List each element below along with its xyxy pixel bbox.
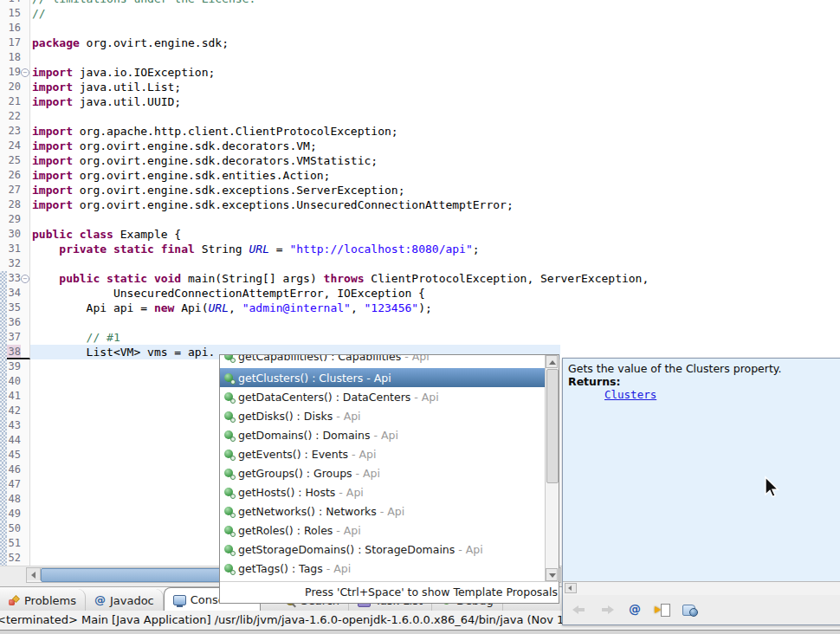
completion-item[interactable]: getDomains() : Domains - Api [220,425,546,444]
code-text[interactable]: import java.io.IOException; [30,65,840,80]
completion-item[interactable]: getHosts() : Hosts - Api [220,482,546,501]
completion-item[interactable]: getClusters() : Clusters - Api [220,368,546,387]
range-indicator [0,463,7,477]
line-number[interactable]: 38 [7,345,21,359]
line-number[interactable]: 39 [7,359,21,374]
fold-column [21,521,30,536]
line-number[interactable]: 33 [7,271,21,286]
code-text[interactable]: // #1 [30,330,840,345]
line-number[interactable]: 23 [7,124,21,139]
line-number[interactable]: 42 [7,404,21,418]
completion-item[interactable]: getStorageDomains() : StorageDomains - A… [220,540,546,559]
line-number[interactable]: 32 [7,256,21,271]
collapse-icon[interactable]: − [21,275,29,283]
line-number[interactable]: 36 [7,315,21,330]
collapse-icon[interactable]: − [21,68,29,77]
line-number[interactable]: 46 [7,463,21,477]
forward-icon[interactable] [599,603,615,617]
code-text[interactable]: import org.ovirt.engine.sdk.exceptions.U… [30,197,840,212]
line-number[interactable]: 30 [7,227,21,242]
tab-problems[interactable]: Problems [0,589,86,611]
line-number[interactable]: 31 [7,242,21,256]
line-number[interactable]: 45 [7,448,21,463]
code-text[interactable] [30,256,840,271]
line-number[interactable]: 40 [7,374,21,389]
line-number[interactable]: 17 [7,36,21,50]
completion-item[interactable]: getGroups() : Groups - Api [220,463,546,482]
open-in-javadoc-view-icon[interactable] [655,603,670,617]
completion-scrollbar[interactable] [545,355,559,581]
line-number[interactable]: 48 [7,492,21,507]
code-text[interactable]: import java.util.List; [30,80,840,94]
code-text[interactable]: import org.ovirt.engine.sdk.decorators.V… [30,139,840,153]
line-number[interactable]: 41 [7,389,21,404]
line-number[interactable]: 50 [7,521,21,536]
fold-column [21,404,30,418]
completion-item[interactable]: getDisks() : Disks - Api [220,406,546,425]
line-number[interactable]: 49 [7,507,21,521]
line-number[interactable]: 25 [7,153,21,168]
line-number[interactable]: 28 [7,197,21,212]
line-number[interactable]: 20 [7,80,21,94]
completion-item[interactable]: getNetworks() : Networks - Api [220,501,546,521]
line-number[interactable]: 19 [7,65,21,80]
line-number[interactable]: 16 [7,21,21,36]
code-text[interactable]: package org.ovirt.engine.sdk; [30,36,840,50]
mail-icon[interactable] [627,603,643,617]
line-number[interactable]: 51 [7,536,21,551]
code-text[interactable] [30,21,840,36]
completion-item[interactable]: getDataCenters() : DataCenters - Api [220,387,546,406]
scrollbar-thumb[interactable] [546,369,559,483]
code-text[interactable]: // [30,6,840,21]
code-text[interactable]: public class Example { [30,227,840,242]
line-number[interactable]: 26 [7,168,21,183]
line-number[interactable]: 37 [7,330,21,345]
line-number[interactable]: 34 [7,286,21,301]
scroll-up-arrow-icon[interactable] [546,355,558,368]
line-number[interactable]: 44 [7,433,21,448]
completion-item[interactable]: getTags() : Tags - Api [220,559,546,578]
code-text[interactable] [30,315,840,330]
line-number[interactable]: 47 [7,477,21,492]
javadoc-content: Gets the value of the Clusters property.… [563,359,840,581]
code-text[interactable]: import org.ovirt.engine.sdk.entities.Act… [30,168,840,183]
line-number[interactable]: 14 [7,0,21,6]
scroll-down-arrow-icon[interactable] [546,568,558,581]
line-number[interactable]: 52 [7,551,21,566]
completion-item[interactable]: getCapabilities() : Capabilities - Api [220,355,546,368]
code-text[interactable]: import java.util.UUID; [30,94,840,109]
tab-javadoc[interactable]: Javadoc [86,589,164,611]
line-number[interactable]: 18 [7,50,21,65]
code-text[interactable]: import org.apache.http.client.ClientProt… [30,124,840,139]
code-text[interactable] [30,212,840,227]
code-text[interactable]: private static final String URL = "http:… [30,242,840,256]
line-number[interactable]: 29 [7,212,21,227]
completion-item[interactable]: getRoles() : Roles - Api [220,521,546,540]
line-number[interactable]: 15 [7,6,21,21]
line-number[interactable]: 27 [7,183,21,197]
public-method-icon [224,373,233,382]
public-method-icon [224,355,233,360]
code-text[interactable]: import org.ovirt.engine.sdk.exceptions.S… [30,183,840,197]
code-text[interactable]: import org.ovirt.engine.sdk.decorators.V… [30,153,840,168]
line-number[interactable]: 22 [7,109,21,124]
code-text[interactable]: UnsecuredConnectionAttemptError, IOExcep… [30,286,840,301]
fold-column [21,359,30,374]
back-icon[interactable] [572,603,587,617]
line-number[interactable]: 43 [7,418,21,433]
javadoc-clusters-link[interactable]: Clusters [604,388,656,401]
completion-footer-hint: Press 'Ctrl+Space' to show Template Prop… [220,581,559,603]
code-text[interactable] [30,50,840,65]
line-number[interactable]: 24 [7,139,21,153]
scroll-left-arrow-icon[interactable] [565,583,577,593]
code-text[interactable]: // limitations under the License. [30,0,840,6]
open-in-browser-icon[interactable] [682,603,698,617]
line-number[interactable]: 35 [7,301,21,315]
public-method-icon [224,507,233,515]
code-text[interactable]: public static void main(String[] args) t… [30,271,840,286]
code-text[interactable]: Api api = new Api(URL, "admin@internal",… [30,301,840,315]
code-text[interactable] [30,109,840,124]
line-number[interactable]: 21 [7,94,21,109]
completion-item[interactable]: getEvents() : Events - Api [220,444,546,463]
scroll-left-arrow-icon[interactable] [27,568,41,580]
